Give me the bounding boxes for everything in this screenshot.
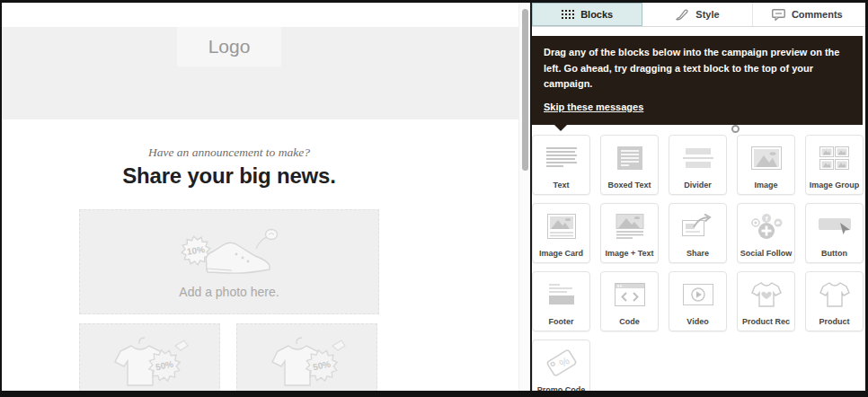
footer-icon	[545, 283, 578, 306]
code-icon	[615, 283, 645, 306]
block-label: Image Group	[806, 181, 863, 190]
campaign-preview-pane: Logo Have an announcement to make? Share…	[2, 3, 518, 391]
divider-icon	[683, 148, 713, 168]
block-tile-image-card[interactable]: Image Card	[532, 203, 590, 263]
announcement-tagline[interactable]: Have an announcement to make?	[79, 146, 379, 160]
block-label: Image + Text	[601, 249, 658, 258]
block-tile-video[interactable]: Video	[669, 271, 727, 331]
tshirt-sale-illustration: 50%	[103, 335, 197, 389]
tab-label: Style	[695, 9, 719, 20]
block-tile-social-follow[interactable]: f Social Follow	[737, 203, 795, 263]
blocks-grid: Text Boxed Text	[532, 135, 865, 397]
block-label: Code	[601, 317, 658, 326]
product-rec-icon	[751, 281, 782, 308]
block-tile-boxed-text[interactable]: Boxed Text	[600, 135, 659, 195]
button-icon	[817, 216, 853, 237]
campaign-editor: Logo Have an announcement to make? Share…	[2, 3, 865, 391]
block-label: Promo Code	[533, 385, 589, 394]
tooltip-arrow	[554, 125, 567, 131]
comment-icon	[772, 9, 785, 21]
block-label: Product Rec	[738, 317, 794, 326]
boxed-text-icon	[616, 146, 643, 171]
block-tile-product-rec[interactable]: Product Rec	[737, 271, 795, 331]
scrollbar-thumb[interactable]	[522, 9, 528, 171]
block-label: Footer	[533, 317, 589, 326]
image-icon	[751, 146, 782, 170]
text-block-icon	[545, 146, 578, 170]
photo-placeholder-small-right[interactable]: 50% Add a photo here.	[236, 323, 377, 391]
block-label: Text	[533, 181, 589, 190]
block-tile-image[interactable]: Image	[737, 135, 795, 195]
tab-style[interactable]: Style	[642, 3, 752, 26]
tab-label: Comments	[792, 9, 843, 20]
promo-code-icon: %	[543, 347, 580, 379]
block-tile-image-group[interactable]: Image Group	[805, 135, 864, 195]
logo-placeholder[interactable]: Logo	[177, 27, 281, 66]
block-tile-promo-code[interactable]: % Promo Code	[532, 340, 590, 397]
paintbrush-icon	[675, 9, 689, 21]
editor-sidebar: Blocks Style Comments Drag any of the bl…	[532, 3, 865, 391]
logo-text: Logo	[208, 36, 251, 57]
block-tile-image-text[interactable]: Image + Text	[600, 203, 659, 263]
block-label: Divider	[669, 181, 726, 190]
mouse-cursor-dot	[731, 125, 740, 133]
share-icon	[682, 214, 714, 239]
block-tile-code[interactable]: Code	[600, 271, 659, 331]
image-group-icon	[819, 146, 849, 170]
onboarding-tooltip: Drag any of the blocks below into the ca…	[532, 36, 863, 125]
video-icon	[683, 284, 713, 305]
block-label: Product	[806, 317, 863, 326]
photo-placeholder-caption: Add a photo here.	[179, 285, 279, 299]
photo-placeholder-small-left[interactable]: 50% Add a photo here.	[79, 323, 220, 391]
image-text-icon	[616, 214, 644, 239]
tab-label: Blocks	[580, 9, 613, 20]
tab-comments[interactable]: Comments	[753, 3, 862, 26]
block-label: Image	[738, 181, 794, 190]
social-follow-icon: f	[750, 213, 783, 240]
block-label: Share	[669, 249, 726, 258]
email-headline[interactable]: Share your big news.	[79, 163, 379, 189]
block-label: Video	[669, 317, 726, 326]
sidebar-tabs: Blocks Style Comments	[532, 3, 865, 27]
tshirt-sale-illustration: 50%	[261, 335, 354, 389]
block-tile-button[interactable]: Button	[805, 203, 864, 263]
svg-text:f: f	[765, 215, 767, 223]
block-tile-text[interactable]: Text	[532, 135, 590, 195]
block-tile-divider[interactable]: Divider	[669, 135, 727, 195]
block-tile-product[interactable]: Product	[805, 271, 864, 331]
preview-scrollbar[interactable]	[518, 3, 530, 391]
sneaker-illustration: 10%	[169, 225, 289, 281]
photo-placeholder-large[interactable]: 10% Add a photo here.	[79, 209, 379, 314]
blocks-grid-icon	[562, 10, 574, 20]
block-tile-footer[interactable]: Footer	[532, 271, 590, 331]
block-label: Image Card	[533, 249, 589, 258]
tooltip-text: Drag any of the blocks below into the ca…	[544, 45, 851, 93]
block-label: Button	[806, 249, 863, 258]
email-header-band: Logo	[2, 27, 518, 119]
block-label: Social Follow	[738, 249, 794, 258]
block-tile-share[interactable]: Share	[669, 203, 727, 263]
skip-messages-link[interactable]: Skip these messages	[544, 100, 643, 116]
product-icon	[819, 281, 850, 308]
image-card-icon	[547, 214, 576, 239]
tab-blocks[interactable]: Blocks	[532, 3, 642, 26]
block-label: Boxed Text	[601, 181, 658, 190]
